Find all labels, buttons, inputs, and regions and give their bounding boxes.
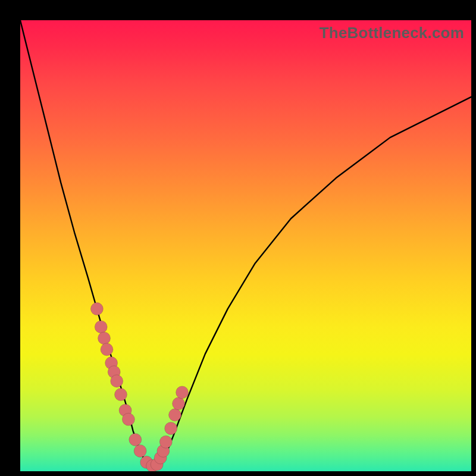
marker-dot (129, 433, 142, 446)
marker-dot (95, 321, 107, 333)
marker-dot (122, 413, 134, 425)
plot-area: TheBottleneck.com (20, 20, 471, 471)
marker-dot (169, 409, 181, 421)
marker-dot (165, 422, 177, 435)
marker-dot (111, 375, 123, 387)
marker-dot (101, 343, 113, 356)
marker-dots-group (90, 303, 188, 471)
marker-dot (90, 303, 103, 315)
bottleneck-curve (20, 20, 471, 471)
marker-dot (134, 444, 146, 457)
curve-path (20, 20, 471, 466)
marker-dot (159, 436, 172, 448)
marker-dot (176, 386, 189, 399)
chart-frame: TheBottleneck.com (0, 0, 476, 476)
marker-dot (173, 397, 185, 410)
marker-dot (115, 389, 127, 401)
marker-dot (98, 332, 111, 345)
